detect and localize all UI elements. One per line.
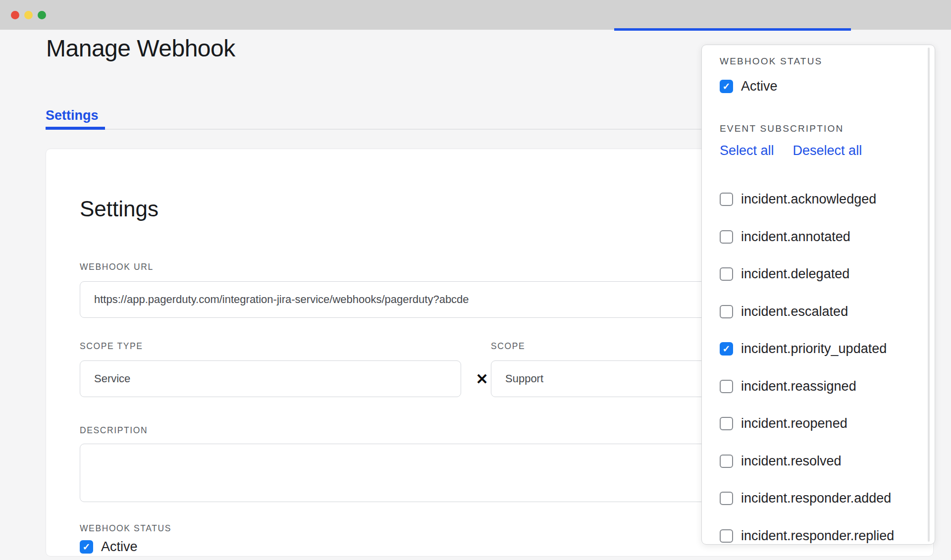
event-checkbox[interactable]	[720, 455, 733, 468]
panel-webhook-status-label: WEBHOOK STATUS	[720, 56, 822, 67]
panel-scrollbar-track[interactable]	[928, 48, 930, 542]
event-checkbox[interactable]	[720, 529, 733, 543]
event-checkbox-label: incident.acknowledged	[741, 192, 876, 207]
event-row: incident.escalated	[720, 293, 917, 331]
event-subscription-panel: WEBHOOK STATUS Active EVENT SUBSCRIPTION…	[701, 45, 935, 545]
scope-type-label: SCOPE TYPE	[80, 341, 143, 352]
event-row: incident.responder.replied	[720, 517, 917, 555]
event-list: incident.acknowledged incident.annotated…	[720, 181, 917, 555]
event-row: incident.priority_updated	[720, 330, 917, 368]
page-title: Manage Webhook	[46, 35, 235, 62]
event-checkbox-label: incident.reopened	[741, 416, 847, 431]
zoom-window-icon[interactable]	[38, 11, 46, 19]
event-checkbox[interactable]	[720, 230, 733, 244]
panel-active-checkbox[interactable]	[720, 80, 733, 93]
minimize-window-icon[interactable]	[24, 11, 33, 19]
event-checkbox-label: incident.reassigned	[741, 379, 856, 394]
select-links-row: Select all Deselect all	[720, 143, 862, 158]
select-all-link[interactable]: Select all	[720, 143, 774, 158]
event-row: incident.annotated	[720, 218, 917, 256]
event-checkbox[interactable]	[720, 342, 733, 356]
traffic-lights	[11, 11, 46, 19]
scope-label: SCOPE	[491, 341, 525, 352]
event-checkbox[interactable]	[720, 193, 733, 206]
event-checkbox-label: incident.responder.added	[741, 491, 891, 506]
webhook-status-active-row: Active	[80, 539, 138, 555]
event-checkbox-label: incident.delegated	[741, 266, 849, 282]
scope-type-clear-icon[interactable]: ✕	[472, 369, 492, 389]
close-window-icon[interactable]	[11, 11, 19, 19]
event-checkbox-label: incident.annotated	[741, 229, 850, 245]
event-row: incident.responder.added	[720, 480, 917, 517]
panel-active-label: Active	[741, 79, 778, 94]
event-checkbox[interactable]	[720, 267, 733, 281]
event-row: incident.reopened	[720, 405, 917, 443]
event-checkbox-label: incident.escalated	[741, 304, 848, 319]
event-checkbox-label: incident.priority_updated	[741, 341, 887, 356]
event-checkbox[interactable]	[720, 380, 733, 393]
tab-settings[interactable]: Settings	[46, 108, 99, 123]
webhook-status-active-label: Active	[101, 539, 138, 555]
event-checkbox[interactable]	[720, 417, 733, 430]
event-row: incident.delegated	[720, 255, 917, 293]
panel-active-row: Active	[720, 79, 778, 94]
event-row: incident.acknowledged	[720, 181, 917, 218]
event-checkbox[interactable]	[720, 492, 733, 505]
window-titlebar	[0, 0, 951, 30]
webhook-url-label: WEBHOOK URL	[80, 262, 154, 272]
webhook-status-active-checkbox[interactable]	[80, 540, 93, 554]
webhook-status-label: WEBHOOK STATUS	[80, 523, 171, 534]
description-label: DESCRIPTION	[80, 425, 148, 436]
top-blue-indicator-line	[614, 28, 851, 31]
scope-type-input[interactable]	[80, 360, 461, 397]
event-checkbox-label: incident.responder.replied	[741, 528, 894, 544]
tab-settings-active-underline	[46, 127, 105, 130]
deselect-all-link[interactable]: Deselect all	[793, 143, 862, 158]
settings-card-heading: Settings	[80, 197, 158, 221]
event-row: incident.reassigned	[720, 368, 917, 406]
event-row: incident.resolved	[720, 443, 917, 480]
event-checkbox[interactable]	[720, 305, 733, 318]
event-checkbox-label: incident.resolved	[741, 454, 842, 469]
event-subscription-label: EVENT SUBSCRIPTION	[720, 123, 844, 134]
